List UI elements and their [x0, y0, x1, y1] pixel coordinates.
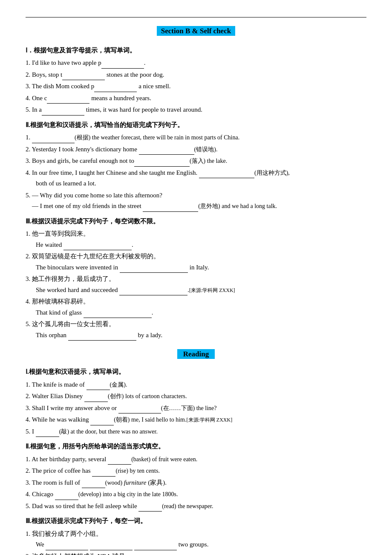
rq1-4-pre: 4. While he was walking	[26, 416, 90, 423]
q1-2: 2. Boys, stop t stones at the poor dog.	[26, 69, 366, 81]
q2-4-cont: both of us learned a lot.	[36, 178, 366, 189]
rq2-1: 1. At her birthday party, several (baske…	[26, 454, 366, 465]
q3-3-chinese: 3. 她工作很努力，最后成功了。	[26, 274, 366, 285]
q1-3-blank[interactable]	[94, 85, 137, 92]
q1-5-end: times, it was hard for people to travel …	[84, 106, 202, 113]
rq2-4: 4. Chicago (develop) into a big city in …	[26, 489, 366, 500]
q3-3-blank[interactable]	[119, 289, 187, 295]
q1-3-text: 3. The dish Mom cooked p	[26, 83, 94, 90]
rq2-3-italic: furniture	[124, 479, 147, 486]
q1-1-end: .	[144, 59, 146, 66]
q3-5-blank[interactable]	[68, 334, 136, 341]
q2-4-blank[interactable]	[199, 171, 254, 178]
q2-1-blank[interactable]	[32, 136, 75, 143]
rq1-2-blank[interactable]	[84, 395, 108, 402]
rq2-5-pre: 5. Dad was so tired that he fell asleep …	[26, 503, 138, 509]
reading-title: Reading	[26, 348, 366, 361]
q2-4: 4. In our free time, I taught her Chines…	[26, 168, 366, 189]
q3-5-english: This orphan by a lady.	[36, 330, 366, 341]
q3-1-english: He waited .	[36, 240, 366, 251]
reading-highlight: Reading	[177, 349, 215, 359]
q3-1-chinese: 1. 他一直等到我回来。	[26, 228, 366, 240]
q2-5-pre: 5. — Why did you come home so late this …	[26, 192, 162, 199]
q2-5: 5. — Why did you come home so late this …	[26, 190, 366, 212]
q3-2: 2. 双筒望远镜是在十九世纪在意大利被发明的。 The binoculars w…	[26, 251, 366, 273]
rq1-1-pre: 1. The knife is made of	[26, 381, 86, 388]
q3-3-english: She worked hard and succeeded .[来源:学科网 Z…	[36, 285, 366, 296]
q3-1: 1. 他一直等到我回来。 He waited .	[26, 228, 366, 250]
q3-1-blank[interactable]	[63, 243, 132, 250]
rq2-3-blank[interactable]	[82, 481, 105, 488]
rq2-4-hint: (develop) into a big city in the late 18…	[78, 491, 178, 497]
rq1-1-blank[interactable]	[86, 383, 110, 390]
q3-5-chinese: 5. 这个孤儿将由一位女士照看。	[26, 319, 366, 330]
q2-3-blank[interactable]	[134, 160, 190, 167]
q1-2-text: 2. Boys, stop t	[26, 71, 62, 78]
rq2-2: 2. The price of coffee has (rise) by ten…	[26, 465, 366, 477]
rq2-4-blank[interactable]	[55, 493, 78, 500]
q2-1: 1. (根据) the weather forecast, there will…	[26, 132, 366, 143]
rq2-4-pre: 4. Chicago	[26, 491, 55, 497]
q1-5-blank[interactable]	[42, 109, 84, 116]
rq3-1-blank3[interactable]	[134, 543, 177, 550]
rq1-4-source: [来源:学科网 ZXXK]	[187, 417, 233, 423]
rq2-5-hint: (read) the newspaper.	[162, 503, 213, 509]
rq1-5-pre: 5. I	[26, 428, 36, 435]
rq2-2-blank[interactable]	[92, 470, 115, 477]
rq3-1-chinese: 1. 我们被分成了两个小组。	[26, 529, 366, 540]
q3-4-chinese: 4. 那种玻璃杯容易碎。	[26, 296, 366, 307]
rq2-2-hint: (rise) by ten cents.	[115, 468, 159, 474]
rq1-2-pre: 2. Walter Elias Disney	[26, 393, 84, 399]
rq1-5-hint: (敲) at the door, but there was no answer…	[59, 428, 158, 435]
q2-2-pre: 2. Yesterday I took Jenny's dictionary h…	[26, 146, 139, 153]
q2-2-blank[interactable]	[139, 148, 194, 155]
q1-5: 5. In a times, it was hard for people to…	[26, 104, 366, 116]
q2-5-sub: — I met one of my old friends in the str…	[26, 202, 143, 209]
q1-4-text: 4. One c	[26, 95, 47, 101]
q3-2-blank[interactable]	[120, 266, 188, 273]
q2-4-pre: 4. In our free time, I taught her Chines…	[26, 169, 199, 176]
rq2-5-blank[interactable]	[138, 505, 162, 512]
rq3-2: 2. 许多年轻人都梦想成为 NBA 球员。 Many young men NBA…	[26, 551, 366, 555]
rq3-1-blank1[interactable]	[46, 543, 88, 550]
q3-2-english: The binoculars were invented in in Italy…	[36, 262, 366, 273]
q2-2-hint: (错误地).	[194, 146, 218, 153]
rq2-3: 3. The room is full of (wood) furniture …	[26, 477, 366, 489]
rq2-2-pre: 2. The price of coffee has	[26, 467, 92, 474]
rq2-1-pre: 1. At her birthday party, several	[26, 456, 108, 462]
q2-1-pre: 1.	[26, 134, 32, 141]
rq3-1: 1. 我们被分成了两个小组。 We two groups.	[26, 529, 366, 550]
q2-4-hint: (用这种方式),	[254, 170, 290, 176]
q1-3: 3. The dish Mom cooked p a nice smell.	[26, 81, 366, 92]
rq1-3-blank[interactable]	[118, 407, 161, 413]
rq2-1-blank[interactable]	[108, 458, 131, 465]
rq1-4-hint: (朝着) me, I said hello to him.	[114, 416, 186, 423]
q2-5-blank[interactable]	[143, 205, 198, 212]
q3-4-english: That kind of glass .	[36, 307, 366, 318]
q3-3: 3. 她工作很努力，最后成功了。 She worked hard and suc…	[26, 274, 366, 295]
section-b-title: Section B & Self check	[26, 25, 366, 38]
q2-2: 2. Yesterday I took Jenny's dictionary h…	[26, 144, 366, 155]
rq3-1-blank2[interactable]	[90, 543, 133, 550]
q1-4-blank[interactable]	[47, 97, 89, 104]
part3-header: Ⅲ.根据汉语提示完成下列句子，每空词数不限。	[26, 216, 366, 227]
q1-2-blank[interactable]	[62, 73, 105, 80]
rq1-4: 4. While he was walking (朝着) me, I said …	[26, 414, 366, 425]
rq1-5: 5. I (敲) at the door, but there was no a…	[26, 426, 366, 437]
rq2-5: 5. Dad was so tired that he fell asleep …	[26, 501, 366, 512]
rq2-3-post: (家具).	[147, 479, 167, 486]
rq2-3-hint: (wood)	[105, 480, 124, 486]
rq1-3: 3. Shall I write my answer above or (在………	[26, 403, 366, 414]
q1-1-blank[interactable]	[101, 62, 144, 69]
rq3-1-english: We two groups.	[36, 539, 366, 550]
part2-header: Ⅱ.根据句意和汉语提示，填写恰当的短语完成下列句子。	[26, 120, 366, 131]
q2-1-hint: (根据) the weather forecast, there will be…	[75, 134, 239, 141]
q2-5-hint: (意外地) and we had a long talk.	[198, 203, 277, 209]
rq1-4-blank[interactable]	[90, 419, 114, 425]
rq1-5-blank[interactable]	[36, 430, 59, 437]
q3-4-blank[interactable]	[84, 311, 152, 318]
rq1-1: 1. The knife is made of (金属).	[26, 379, 366, 390]
rq1-1-hint: (金属).	[110, 382, 127, 388]
q1-5-text: 5. In a	[26, 106, 42, 113]
q2-3-pre: 3. Boys and girls, be careful enough not…	[26, 157, 134, 164]
